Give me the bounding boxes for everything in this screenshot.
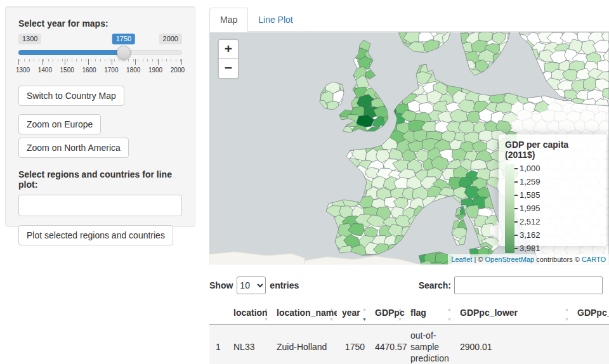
table-header-row: location location_name year GDPpc flag G… <box>209 301 609 325</box>
map-zoom-control: + − <box>218 39 239 79</box>
slider-handle[interactable] <box>117 46 131 60</box>
zoom-out-button[interactable]: − <box>219 59 238 78</box>
table-row[interactable]: 1 NL33 Zuid-Holland 1750 4470.57 out-of-… <box>209 325 609 364</box>
cell-location: NL33 <box>228 325 272 364</box>
slider-tick-labels: 13001400 15001600 17001800 19002000 <box>13 67 187 74</box>
tab-line-plot[interactable]: Line Plot <box>248 8 303 31</box>
leaflet-link[interactable]: Leaflet <box>451 256 472 263</box>
slider-major-ticks <box>18 59 182 65</box>
cell-index: 1 <box>209 325 228 364</box>
sort-asc-icon <box>329 302 334 313</box>
zoom-europe-button[interactable]: Zoom on Europe <box>18 114 101 134</box>
col-flag[interactable]: flag <box>405 301 455 325</box>
zoom-north-america-button[interactable]: Zoom on North America <box>18 138 129 158</box>
legend-tick-labels: 1,0001,259 1,5851,995 2,5123,162 3,981 <box>514 164 540 253</box>
sort-asc-icon <box>565 302 569 313</box>
map-attribution: Leaflet | © OpenStreetMap contributors ©… <box>448 254 609 264</box>
sort-desc-icon <box>398 313 402 323</box>
regions-select-input[interactable] <box>18 195 182 216</box>
results-table: location location_name year GDPpc flag G… <box>209 301 609 364</box>
sidebar-panel: Select year for maps: 1300 2000 1750 130… <box>5 6 195 227</box>
sort-desc-icon <box>447 313 452 323</box>
sort-desc-icon <box>329 313 334 323</box>
page-length-select[interactable]: 10 <box>237 276 266 294</box>
search-label: Search: <box>419 280 451 290</box>
zoom-in-button[interactable]: + <box>219 40 238 59</box>
table-search-input[interactable] <box>454 276 603 294</box>
switch-country-map-button[interactable]: Switch to Country Map <box>18 86 124 106</box>
col-gdppc-lower[interactable]: GDPpc_lower <box>455 301 572 325</box>
col-location-name[interactable]: location_name <box>272 301 337 325</box>
map-legend: GDP per capita (2011$) 1,0001,259 1,5851… <box>499 134 606 246</box>
year-slider[interactable]: 1300 2000 1750 13001400 15001600 1700180… <box>18 34 182 75</box>
carto-link[interactable]: CARTO <box>582 256 606 263</box>
osm-link[interactable]: OpenStreetMap <box>485 256 534 263</box>
slider-max-badge: 2000 <box>159 34 182 44</box>
cell-flag: out-of-sample prediction <box>405 325 455 364</box>
col-gdppc-upper[interactable]: GDPpc_upper <box>572 301 609 325</box>
cell-year: 1750 <box>337 325 370 364</box>
sort-asc-icon <box>362 302 367 313</box>
sort-desc-icon <box>565 313 569 323</box>
entries-label: entries <box>270 280 299 290</box>
cell-gdppc: 4470.57 <box>370 325 405 364</box>
table-search-control: Search: <box>419 276 603 294</box>
main-area: Map Line Plot + − GDP per capita (2011$)… <box>209 6 609 264</box>
sort-desc-icon <box>264 313 268 323</box>
col-location[interactable]: location <box>228 301 272 325</box>
cell-gdppc-lower: 2900.01 <box>455 325 572 364</box>
plot-selected-button[interactable]: Plot selected regions and countries <box>18 225 173 245</box>
slider-min-badge: 1300 <box>18 34 41 44</box>
col-index <box>209 301 228 325</box>
col-gdppc[interactable]: GDPpc <box>370 301 405 325</box>
show-label: Show <box>209 280 233 290</box>
legend-title: GDP per capita (2011$) <box>505 140 600 160</box>
regions-select-label: Select regions and countries for line pl… <box>18 169 182 190</box>
legend-gradient-bar <box>505 164 514 253</box>
tab-map[interactable]: Map <box>209 8 248 32</box>
slider-fill-bar <box>18 50 124 55</box>
sort-asc-icon <box>264 302 268 313</box>
cell-gdppc-upper <box>572 325 609 364</box>
page-length-control: Show 10 entries <box>209 276 299 294</box>
col-year[interactable]: year <box>337 301 370 325</box>
slider-value-badge: 1750 <box>112 34 135 44</box>
sort-desc-icon <box>362 313 367 323</box>
data-table-section: Show 10 entries Search: location locatio… <box>209 276 609 364</box>
cell-location-name: Zuid-Holland <box>272 325 337 364</box>
tab-bar: Map Line Plot <box>209 6 609 32</box>
year-slider-label: Select year for maps: <box>18 18 182 29</box>
sort-asc-icon <box>398 302 402 313</box>
sort-asc-icon <box>447 302 452 313</box>
leaflet-map[interactable]: + − GDP per capita (2011$) 1,0001,259 1,… <box>209 32 609 264</box>
